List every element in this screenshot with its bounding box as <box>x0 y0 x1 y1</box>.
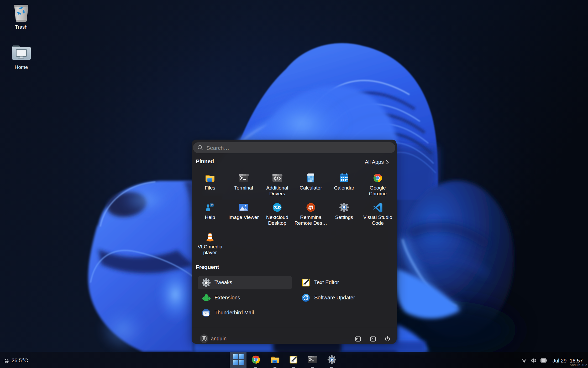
svg-text:?: ? <box>211 203 213 207</box>
